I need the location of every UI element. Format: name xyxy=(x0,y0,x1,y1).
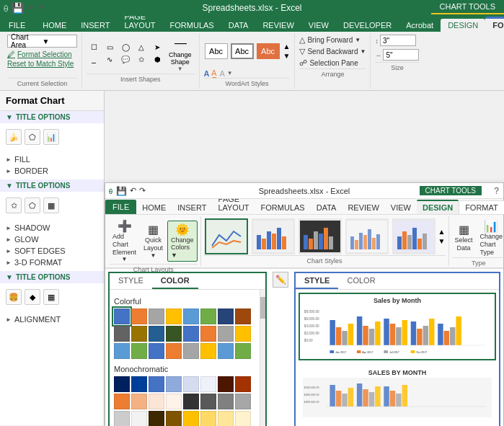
color-swatch[interactable] xyxy=(131,309,147,324)
shadow-item[interactable]: ► SHADOW xyxy=(6,222,98,234)
chart-style-thumb-1[interactable] xyxy=(205,218,248,254)
color-swatch[interactable] xyxy=(235,309,251,324)
overlay-tab-formulas[interactable]: FORMULAS xyxy=(255,201,311,214)
soft-edges-item[interactable]: ► SOFT EDGES xyxy=(6,245,98,257)
color-swatch[interactable] xyxy=(200,394,216,409)
change-shape-button[interactable]: ⸻ Change Shape ▼ xyxy=(166,35,195,74)
height-input[interactable] xyxy=(380,35,416,46)
color-swatch[interactable] xyxy=(166,411,182,426)
star-icon[interactable]: ✩ xyxy=(134,55,149,65)
overlay-tab-home[interactable]: HOME xyxy=(136,201,172,214)
color-swatch[interactable] xyxy=(218,326,234,342)
tab-developer[interactable]: DEVELOPER xyxy=(336,19,399,32)
tab-design[interactable]: DESIGN xyxy=(441,19,485,32)
undo-icon[interactable]: ↶ xyxy=(27,3,34,13)
send-backward-btn[interactable]: ▽ Send Backward ▼ xyxy=(299,46,366,57)
format-selection-btn[interactable]: 🖉 Format Selection xyxy=(7,49,77,59)
wordart-style3-icon[interactable]: A xyxy=(219,69,224,78)
color-swatch[interactable] xyxy=(218,309,234,324)
chart-preview-item-2[interactable]: SALES BY MONTH xyxy=(299,365,496,422)
color-swatch[interactable] xyxy=(235,411,251,426)
rounded-rect-icon[interactable]: ▭ xyxy=(102,43,117,53)
color-swatch[interactable] xyxy=(218,376,234,392)
overlay-tab-review[interactable]: REVIEW xyxy=(342,201,384,214)
color-swatch[interactable] xyxy=(218,411,234,426)
quick-save-icon[interactable]: 💾 xyxy=(12,2,24,14)
callout-icon[interactable]: 💬 xyxy=(118,55,133,65)
redo-icon[interactable]: ↷ xyxy=(37,3,44,13)
hexagon-icon[interactable]: ⬢ xyxy=(150,55,164,65)
color-swatch[interactable] xyxy=(149,411,164,426)
overlay-tab-insert[interactable]: INSERT xyxy=(172,201,212,214)
table-icon[interactable]: ▦ xyxy=(43,289,59,305)
line-icon[interactable]: ⎯ xyxy=(87,55,101,65)
wordart-more-icon[interactable]: ▼ xyxy=(227,70,233,76)
color-swatch[interactable] xyxy=(183,326,199,342)
color-swatch[interactable] xyxy=(218,394,234,409)
color-panel-tab-color[interactable]: COLOR xyxy=(152,273,198,289)
rect-shape-icon[interactable]: ☐ xyxy=(87,43,101,53)
color-swatch[interactable] xyxy=(166,309,182,324)
paint-bucket-icon[interactable]: 🍌 xyxy=(6,129,22,145)
overlay-tab-view[interactable]: VIEW xyxy=(385,201,417,214)
color-swatch[interactable] xyxy=(183,309,199,324)
color-swatch[interactable] xyxy=(235,326,251,342)
color-swatch[interactable] xyxy=(200,326,216,342)
overlay-tab-design[interactable]: DESIGN xyxy=(417,200,459,214)
color-swatch[interactable] xyxy=(114,309,130,324)
tab-data[interactable]: DATA xyxy=(221,19,256,32)
tab-review[interactable]: REVIEW xyxy=(255,19,301,32)
color-swatch[interactable] xyxy=(114,411,130,426)
color-swatch[interactable] xyxy=(166,376,182,392)
color-swatch[interactable] xyxy=(131,326,147,342)
width-input[interactable] xyxy=(383,49,419,61)
tab-file[interactable]: FILE xyxy=(1,19,32,32)
selection-pane-btn[interactable]: ☍ Selection Pane xyxy=(299,58,366,68)
chart-styles-scroll-up[interactable]: ▲ xyxy=(438,228,446,236)
tab-format[interactable]: FORMAT xyxy=(485,17,504,32)
glow-item[interactable]: ► GLOW xyxy=(6,234,98,245)
color-swatch[interactable] xyxy=(200,376,216,392)
bring-forward-btn[interactable]: △ Bring Forward ▼ xyxy=(299,35,366,45)
tab-acrobat[interactable]: Acrobat xyxy=(399,19,441,32)
color-panel-scroll-thumb[interactable] xyxy=(260,297,265,319)
change-chart-type-btn[interactable]: 📊 Change Chart Type xyxy=(477,218,504,257)
color-swatch[interactable] xyxy=(149,394,164,409)
pentagon2-icon[interactable]: ⬠ xyxy=(25,198,40,213)
color-swatch[interactable] xyxy=(183,343,199,359)
effects-icon[interactable]: ✩ xyxy=(6,198,22,213)
wordart-a-icon[interactable]: A xyxy=(204,69,210,78)
fill-item[interactable]: ► FILL xyxy=(6,154,98,165)
overlay-help-btn[interactable]: ? xyxy=(494,186,499,196)
chart-preview-item-1[interactable]: Sales by Month $8,000.00 $6,000.00 $4,00… xyxy=(299,293,496,360)
color-swatch[interactable] xyxy=(200,411,216,426)
tab-formulas[interactable]: FORMULAS xyxy=(163,19,221,32)
pentagon-icon[interactable]: ⬠ xyxy=(25,129,40,145)
overlay-tab-file[interactable]: FILE xyxy=(105,200,136,214)
wordart-style2-icon[interactable]: A̲ xyxy=(211,68,217,78)
color-swatch[interactable] xyxy=(200,343,216,359)
color-panel-scrollbar[interactable] xyxy=(260,290,265,426)
color-swatch[interactable] xyxy=(166,343,182,359)
tab-insert[interactable]: INSERT xyxy=(74,19,117,32)
oval-icon[interactable]: ◯ xyxy=(118,43,133,53)
color-swatch[interactable] xyxy=(149,309,164,324)
color-swatch[interactable] xyxy=(131,343,147,359)
edit-pencil-btn[interactable]: ✏️ xyxy=(273,272,288,288)
tab-home[interactable]: HOME xyxy=(35,19,74,32)
overlay-tab-data[interactable]: DATA xyxy=(311,201,342,214)
shape-styles-down-icon[interactable]: ▼ xyxy=(283,52,291,60)
color-swatch[interactable] xyxy=(114,326,130,342)
three-d-item[interactable]: ► 3-D FORMAT xyxy=(6,257,98,268)
overlay-undo-icon[interactable]: ↶ xyxy=(130,186,136,195)
color-swatch[interactable] xyxy=(149,376,164,392)
overlay-save-icon[interactable]: 💾 xyxy=(116,186,127,196)
title-options-bar-3[interactable]: ▼ TITLE OPTIONS xyxy=(0,271,104,283)
color-swatch[interactable] xyxy=(235,394,251,409)
color-swatch[interactable] xyxy=(166,394,182,409)
shape-styles-up-icon[interactable]: ▲ xyxy=(283,43,291,50)
color-swatch[interactable] xyxy=(149,343,164,359)
color-swatch[interactable] xyxy=(218,343,234,359)
alignment-item[interactable]: ► ALIGNMENT xyxy=(6,314,98,325)
chart-styles-scroll-down[interactable]: ▼ xyxy=(438,237,446,245)
